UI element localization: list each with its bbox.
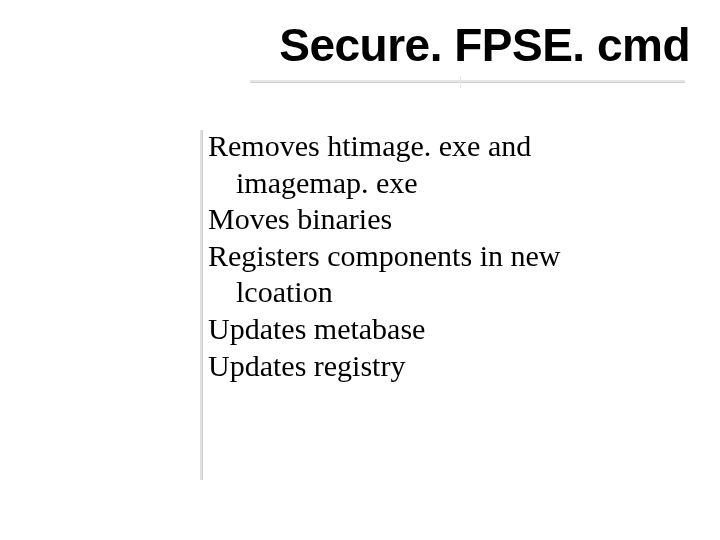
list-item-line: imagemap. exe (208, 165, 680, 202)
list-item-line: Updates metabase (208, 311, 680, 348)
slide: Secure. FPSE. cmd Removes htimage. exe a… (0, 0, 720, 540)
title-separator-tick (460, 76, 461, 88)
body-text: Removes htimage. exe and imagemap. exe M… (208, 128, 680, 384)
list-item-line: Registers components in new (208, 238, 680, 275)
slide-title: Secure. FPSE. cmd (279, 18, 690, 72)
list-item-line: Moves binaries (208, 201, 680, 238)
vertical-divider (200, 130, 202, 480)
list-item-line: lcoation (208, 274, 680, 311)
list-item-line: Removes htimage. exe and (208, 128, 680, 165)
title-divider (250, 80, 685, 82)
list-item: Updates registry (208, 348, 680, 385)
list-item: Removes htimage. exe and imagemap. exe (208, 128, 680, 201)
list-item: Registers components in new lcoation (208, 238, 680, 311)
list-item-line: Updates registry (208, 348, 680, 385)
list-item: Updates metabase (208, 311, 680, 348)
list-item: Moves binaries (208, 201, 680, 238)
